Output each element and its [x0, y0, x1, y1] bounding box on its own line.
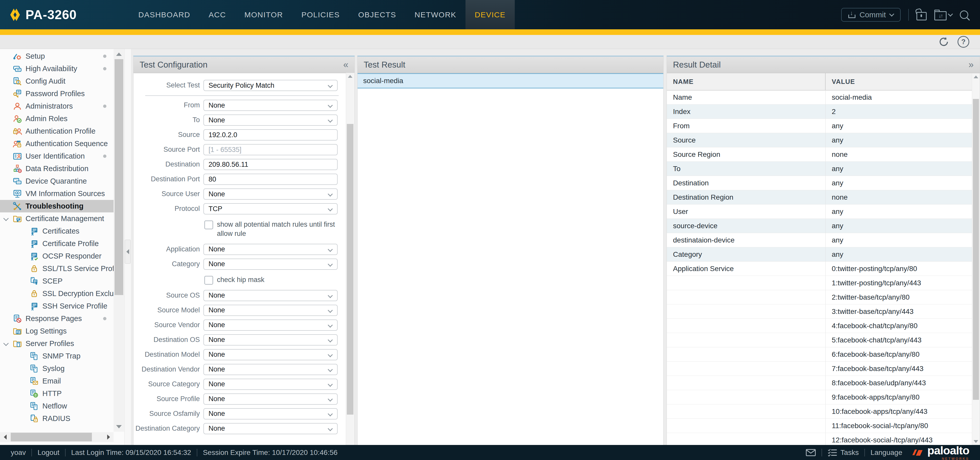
- sidebar-item-radius[interactable]: RADIUS: [0, 412, 114, 425]
- logout-link[interactable]: Logout: [38, 449, 59, 457]
- scrollbar-thumb[interactable]: [973, 99, 979, 400]
- destination-os-dropdown[interactable]: None: [204, 334, 338, 346]
- detail-row: Destinationany: [667, 176, 972, 190]
- collapse-panel-icon[interactable]: »: [969, 59, 974, 70]
- config-import-export-button[interactable]: ↓↑: [934, 9, 952, 21]
- scrollbar-thumb[interactable]: [347, 124, 353, 415]
- sidebar-item-authentication-profile[interactable]: Authentication Profile: [0, 125, 114, 138]
- sidebar-horizontal-scrollbar[interactable]: [0, 432, 114, 442]
- global-search-icon[interactable]: [960, 11, 968, 19]
- sidebar-item-admin-roles[interactable]: Admin Roles: [0, 113, 114, 125]
- destination-input[interactable]: 209.80.56.11: [204, 159, 338, 170]
- sidebar-item-ssl-decryption-exclusion[interactable]: SSL Decryption Exclusion: [0, 287, 114, 300]
- source-osfamily-dropdown[interactable]: None: [204, 408, 338, 419]
- chevron-down-icon[interactable]: [3, 216, 9, 221]
- scroll-left-button[interactable]: [0, 432, 10, 442]
- scroll-down-button[interactable]: [114, 422, 124, 432]
- test-result-row[interactable]: social-media: [358, 73, 663, 89]
- checkbox-show-all-potential-match-rules[interactable]: [204, 220, 213, 229]
- source-os-dropdown[interactable]: None: [204, 290, 338, 301]
- sidebar-item-high-availability[interactable]: High Availability: [0, 62, 114, 75]
- help-icon[interactable]: ?: [958, 36, 969, 48]
- tab-monitor[interactable]: MONITOR: [235, 0, 292, 29]
- tab-policies[interactable]: POLICIES: [292, 0, 349, 29]
- source-user-dropdown[interactable]: None: [204, 189, 338, 200]
- destination-model-dropdown[interactable]: None: [204, 349, 338, 360]
- sidebar-item-config-audit[interactable]: Config Audit: [0, 75, 114, 87]
- scroll-right-button[interactable]: [103, 432, 114, 442]
- sidebar-item-label: High Availability: [25, 65, 114, 73]
- result-detail-panel: Result Detail » NAME VALUE Namesocial-me…: [667, 56, 980, 445]
- checkbox-check-hip-mask[interactable]: [204, 276, 213, 285]
- sidebar-item-administrators[interactable]: Administrators: [0, 100, 114, 113]
- destination-category-dropdown[interactable]: None: [204, 423, 338, 434]
- sidebar-item-netflow[interactable]: Netflow: [0, 400, 114, 412]
- field-row-source-port: Source Port[1 - 65535]: [134, 142, 346, 157]
- select-test-dropdown[interactable]: Security Policy Match: [204, 80, 338, 91]
- to-dropdown[interactable]: None: [204, 114, 338, 126]
- refresh-icon[interactable]: [938, 36, 950, 48]
- detail-name-cell: [667, 290, 826, 304]
- detail-vertical-scrollbar[interactable]: [972, 73, 980, 445]
- sidebar-item-data-redistribution[interactable]: Data Redistribution: [0, 162, 114, 175]
- sidebar-item-snmp-trap[interactable]: SNMP Trap: [0, 350, 114, 362]
- language-button[interactable]: Language: [870, 449, 902, 457]
- scroll-up-button[interactable]: [114, 49, 124, 59]
- source-profile-dropdown[interactable]: None: [204, 393, 338, 404]
- source-model-dropdown[interactable]: None: [204, 305, 338, 316]
- sidebar-item-ocsp-responder[interactable]: OCSP Responder: [0, 250, 114, 262]
- collapse-panel-icon[interactable]: «: [343, 59, 348, 70]
- config-lock-icon[interactable]: [916, 12, 927, 21]
- chevron-down-icon[interactable]: [3, 341, 9, 346]
- tab-acc[interactable]: ACC: [200, 0, 235, 29]
- mail-icon[interactable]: [806, 449, 816, 457]
- sidebar-item-ssl-tls-service-profile[interactable]: SSL/TLS Service Profile: [0, 262, 114, 275]
- sidebar-item-troubleshooting[interactable]: Troubleshooting: [0, 200, 114, 213]
- sidebar-item-log-settings[interactable]: Log Settings: [0, 325, 114, 337]
- sidebar-item-setup[interactable]: Setup: [0, 50, 114, 62]
- sidebar-item-http[interactable]: HTTP: [0, 387, 114, 400]
- tab-dashboard[interactable]: DASHBOARD: [129, 0, 200, 29]
- from-dropdown[interactable]: None: [204, 100, 338, 111]
- source-category-dropdown[interactable]: None: [204, 379, 338, 390]
- sidebar-item-authentication-sequence[interactable]: Authentication Sequence: [0, 138, 114, 150]
- sidebar-item-certificate-profile[interactable]: Certificate Profile: [0, 237, 114, 250]
- scroll-up-button[interactable]: [974, 76, 978, 78]
- field-value: None: [208, 395, 225, 403]
- tasks-button[interactable]: Tasks: [840, 449, 859, 457]
- scroll-up-button[interactable]: [348, 75, 352, 78]
- sidebar-vertical-scrollbar[interactable]: [114, 49, 124, 432]
- source-port-input[interactable]: [1 - 65535]: [204, 144, 338, 155]
- scroll-down-button[interactable]: [974, 440, 978, 443]
- protocol-dropdown[interactable]: TCP: [204, 203, 338, 214]
- destination-port-input[interactable]: 80: [204, 174, 338, 185]
- application-dropdown[interactable]: None: [204, 244, 338, 255]
- tab-device[interactable]: DEVICE: [466, 0, 515, 29]
- sidebar-item-password-profiles[interactable]: Password Profiles: [0, 87, 114, 100]
- tab-objects[interactable]: OBJECTS: [349, 0, 405, 29]
- sidebar-item-email[interactable]: Email: [0, 375, 114, 387]
- source-input[interactable]: 192.0.2.0: [204, 129, 338, 141]
- scrollbar-thumb[interactable]: [115, 59, 123, 295]
- sidebar-collapse-handle[interactable]: [125, 240, 130, 264]
- category-dropdown[interactable]: None: [204, 259, 338, 270]
- sidebar-item-device-quarantine[interactable]: Device Quarantine: [0, 175, 114, 187]
- sidebar-item-certificate-management[interactable]: Certificate Management: [0, 213, 114, 225]
- sidebar-item-vm-information-sources[interactable]: VM Information Sources: [0, 187, 114, 200]
- sidebar-item-ssh-service-profile[interactable]: SSH Service Profile: [0, 300, 114, 312]
- sidebar-item-scep[interactable]: SCEP: [0, 275, 114, 287]
- scrollbar-thumb[interactable]: [11, 433, 92, 441]
- source-vendor-dropdown[interactable]: None: [204, 319, 338, 331]
- panel-vertical-scrollbar[interactable]: [346, 73, 355, 445]
- sidebar-item-response-pages[interactable]: Response Pages: [0, 312, 114, 325]
- field-row-destination-category: Destination CategoryNone: [134, 421, 346, 436]
- tasks-checklist-icon[interactable]: [828, 449, 837, 457]
- sidebar-item-label: SCEP: [42, 277, 114, 286]
- sidebar-item-user-identification[interactable]: User Identification: [0, 150, 114, 162]
- sidebar-item-server-profiles[interactable]: Server Profiles: [0, 337, 114, 350]
- tab-network[interactable]: NETWORK: [405, 0, 466, 29]
- commit-button[interactable]: Commit: [841, 8, 900, 22]
- sidebar-item-certificates[interactable]: Certificates: [0, 225, 114, 237]
- sidebar-item-syslog[interactable]: Syslog: [0, 362, 114, 375]
- destination-vendor-dropdown[interactable]: None: [204, 364, 338, 375]
